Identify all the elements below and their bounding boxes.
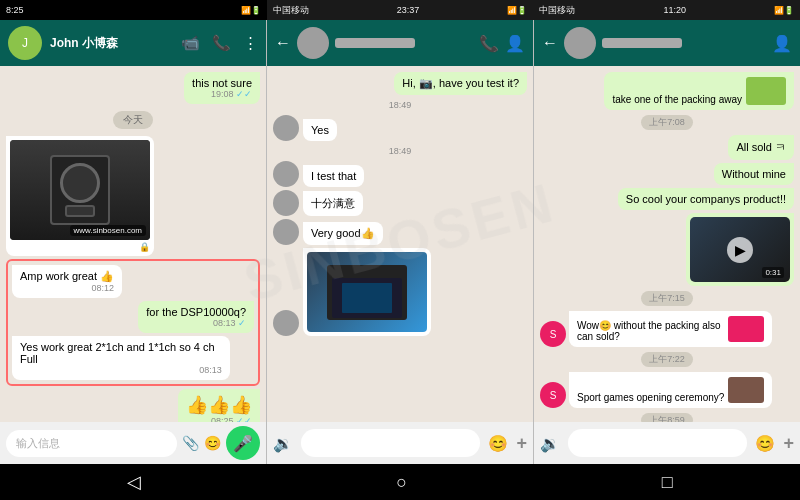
msg-thumbs-emoji: 👍👍👍 08:25 ✓✓ bbox=[178, 389, 260, 422]
mid-emoji-icon[interactable]: 😊 bbox=[488, 434, 508, 453]
msg-shiman-yi: 十分满意 bbox=[273, 190, 527, 216]
msg-wow-packing: S Wow😊 without the packing also can sold… bbox=[540, 311, 794, 347]
left-chat-area: this not sure 19:08 ✓✓ 今天 bbox=[0, 66, 266, 422]
right-contact-name-bar bbox=[602, 38, 682, 48]
mid-back-icon[interactable]: ← bbox=[275, 34, 291, 52]
msg-all-sold: All sold ㅋ bbox=[728, 135, 794, 160]
nav-home-button[interactable]: ○ bbox=[396, 472, 407, 493]
right-status-time: 11:20 bbox=[663, 5, 686, 15]
right-input-bar: 🔉 😊 + bbox=[534, 422, 800, 464]
msg-speaker-image[interactable]: www.sinbosen.com 🔒 bbox=[6, 136, 154, 256]
left-chat-header: J John 小博森 📹 📞 ⋮ bbox=[0, 20, 266, 66]
mid-person-icon[interactable]: 👤 bbox=[505, 34, 525, 53]
msg-sport-games: S Sport games opening ceremony? bbox=[540, 372, 794, 408]
mid-chat-area: Hi, 📷, have you test it? 18:49 Yes 18:49… bbox=[267, 66, 533, 422]
nav-back-button[interactable]: ◁ bbox=[127, 471, 141, 493]
msg-amp-work: Amp work great 👍 08:12 bbox=[12, 265, 122, 298]
msg-video[interactable]: ▶ 0:31 bbox=[686, 213, 794, 286]
msg-yes-work-great: Yes work great 2*1ch and 1*1ch so 4 ch F… bbox=[12, 336, 230, 380]
right-status-carrier: 中国移动 bbox=[539, 4, 575, 17]
left-video-icon[interactable]: 📹 bbox=[181, 34, 200, 52]
right-emoji-icon[interactable]: 😊 bbox=[755, 434, 775, 453]
left-menu-icon[interactable]: ⋮ bbox=[243, 34, 258, 52]
right-time-859: 上午8:59 bbox=[641, 413, 693, 422]
mid-phone-icon[interactable]: 📞 bbox=[479, 34, 499, 53]
right-person-icon[interactable]: 👤 bbox=[772, 34, 792, 53]
msg-this-not-sure: this not sure 19:08 ✓✓ bbox=[184, 72, 260, 104]
right-chat-area: take one of the packing away 上午7:08 All … bbox=[534, 66, 800, 422]
msg-dsp-question: for the DSP10000q? 08:13 ✓ bbox=[138, 301, 254, 333]
msg-hi-test: Hi, 📷, have you test it? bbox=[394, 72, 527, 95]
highlighted-messages: Amp work great 👍 08:12 for the DSP10000q… bbox=[6, 259, 260, 386]
right-time-715: 上午7:15 bbox=[641, 291, 693, 306]
mid-avatar bbox=[297, 27, 329, 59]
panel-left: J John 小博森 📹 📞 ⋮ this not sure 19:08 ✓✓ bbox=[0, 20, 267, 464]
mid-status-icons: 📶🔋 bbox=[507, 6, 527, 15]
msg-yes: Yes bbox=[273, 115, 527, 141]
panel-mid: ← 📞 👤 Hi, 📷, have you test it? 18:49 bbox=[267, 20, 534, 464]
left-input-field[interactable]: 输入信息 bbox=[6, 430, 177, 457]
right-plus-icon[interactable]: + bbox=[783, 433, 794, 454]
left-status-time: 8:25 bbox=[6, 5, 24, 15]
left-avatar: J bbox=[8, 26, 42, 60]
mid-input-bar: 🔉 😊 + bbox=[267, 422, 533, 464]
right-back-icon[interactable]: ← bbox=[542, 34, 558, 52]
nav-recent-button[interactable]: □ bbox=[662, 472, 673, 493]
mid-audio-icon[interactable]: 🔉 bbox=[273, 434, 293, 453]
left-contact-name: John 小博森 bbox=[50, 35, 173, 52]
mid-time-1849-2: 18:49 bbox=[389, 146, 412, 156]
msg-so-cool: So cool your companys product!! bbox=[618, 188, 794, 210]
msg-laptop-image[interactable] bbox=[273, 248, 527, 336]
msg-i-test-that: I test that bbox=[273, 161, 527, 187]
attachment-icon[interactable]: 📎 bbox=[182, 435, 199, 451]
right-audio-icon[interactable]: 🔉 bbox=[540, 434, 560, 453]
mid-status-carrier: 中国移动 bbox=[273, 4, 309, 17]
mid-chat-header: ← 📞 👤 bbox=[267, 20, 533, 66]
left-call-icon[interactable]: 📞 bbox=[212, 34, 231, 52]
mic-button[interactable]: 🎤 bbox=[226, 426, 260, 460]
msg-very-good: Very good👍 bbox=[273, 219, 527, 245]
emoji-icon[interactable]: 😊 bbox=[204, 435, 221, 451]
right-chat-header: ← 👤 bbox=[534, 20, 800, 66]
msg-packing-away: take one of the packing away bbox=[604, 72, 794, 110]
left-input-bar: 输入信息 📎 😊 🎤 bbox=[0, 422, 266, 464]
right-avatar bbox=[564, 27, 596, 59]
left-status-icons: 📶🔋 bbox=[241, 6, 261, 15]
right-time-708: 上午7:08 bbox=[641, 115, 693, 130]
mid-plus-icon[interactable]: + bbox=[516, 433, 527, 454]
mid-time-1849-1: 18:49 bbox=[389, 100, 412, 110]
mid-contact-name bbox=[335, 38, 415, 48]
right-time-722: 上午7:22 bbox=[641, 352, 693, 367]
date-divider-today: 今天 bbox=[113, 111, 153, 129]
right-status-icons: 📶🔋 bbox=[774, 6, 794, 15]
panel-right: ← 👤 take one of the packing away 上午7:08 … bbox=[534, 20, 800, 464]
msg-without-mine: Without mine bbox=[714, 163, 794, 185]
mid-status-time: 23:37 bbox=[397, 5, 420, 15]
